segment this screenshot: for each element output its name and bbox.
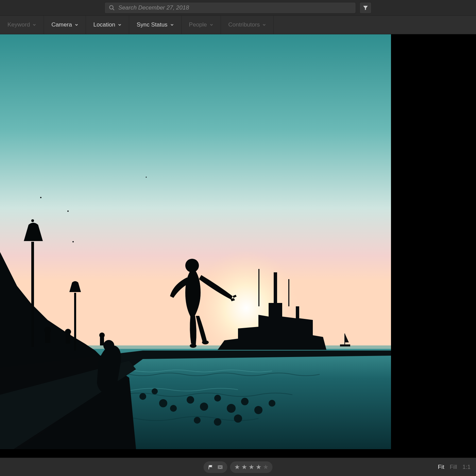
svg-rect-41 bbox=[100, 337, 104, 345]
svg-point-32 bbox=[234, 414, 242, 423]
filter-label: Keyword bbox=[7, 21, 30, 28]
svg-point-19 bbox=[72, 241, 74, 242]
svg-rect-13 bbox=[344, 334, 345, 344]
svg-point-36 bbox=[44, 327, 51, 334]
svg-point-16 bbox=[202, 340, 209, 344]
filter-contributors[interactable]: Contributors bbox=[221, 16, 274, 34]
svg-point-31 bbox=[152, 388, 158, 394]
svg-point-27 bbox=[241, 398, 249, 405]
svg-point-25 bbox=[214, 395, 221, 402]
svg-point-33 bbox=[214, 418, 221, 426]
svg-line-1 bbox=[113, 8, 114, 10]
filter-camera[interactable]: Camera bbox=[44, 16, 86, 34]
flag-pill bbox=[204, 461, 227, 473]
svg-rect-10 bbox=[258, 269, 259, 306]
funnel-icon bbox=[362, 5, 369, 11]
svg-point-34 bbox=[194, 417, 201, 424]
search-box[interactable] bbox=[104, 2, 356, 14]
filter-location[interactable]: Location bbox=[86, 16, 129, 34]
svg-point-29 bbox=[269, 400, 275, 407]
chevron-down-icon bbox=[75, 23, 78, 27]
svg-point-26 bbox=[227, 404, 236, 413]
star-4[interactable]: ★ bbox=[256, 464, 261, 470]
chevron-down-icon bbox=[33, 23, 36, 27]
star-5[interactable]: ★ bbox=[263, 464, 269, 470]
zoom-group: FitFill1:1 bbox=[438, 464, 471, 471]
chevron-down-icon bbox=[118, 23, 121, 27]
pick-flag-icon[interactable] bbox=[208, 464, 214, 470]
svg-rect-9 bbox=[74, 293, 76, 351]
filter-label: People bbox=[189, 21, 207, 28]
image-viewer[interactable] bbox=[0, 34, 476, 458]
star-1[interactable]: ★ bbox=[234, 464, 240, 470]
zoom-11[interactable]: 1:1 bbox=[462, 464, 471, 471]
flag-rating-group: ★★★★★ bbox=[204, 461, 273, 473]
svg-point-17 bbox=[40, 197, 41, 198]
svg-point-38 bbox=[65, 329, 71, 335]
chevron-down-icon bbox=[262, 23, 266, 27]
svg-point-24 bbox=[200, 403, 208, 411]
svg-rect-11 bbox=[288, 279, 289, 306]
svg-point-8 bbox=[31, 219, 34, 222]
filter-label: Location bbox=[94, 21, 115, 28]
svg-point-21 bbox=[159, 399, 167, 407]
svg-point-18 bbox=[67, 210, 69, 212]
star-3[interactable]: ★ bbox=[249, 464, 254, 470]
svg-point-22 bbox=[170, 405, 177, 412]
svg-point-30 bbox=[139, 393, 146, 400]
app-root: KeywordCameraLocationSync StatusPeopleCo… bbox=[0, 0, 476, 476]
chevron-down-icon bbox=[170, 23, 174, 27]
zoom-fill[interactable]: Fill bbox=[450, 464, 457, 471]
zoom-fit[interactable]: Fit bbox=[438, 464, 444, 471]
filter-label: Sync Status bbox=[137, 21, 168, 28]
search-input[interactable] bbox=[118, 4, 352, 11]
reject-flag-icon[interactable] bbox=[217, 464, 223, 470]
svg-rect-6 bbox=[31, 242, 34, 347]
svg-point-40 bbox=[99, 333, 105, 338]
svg-point-14 bbox=[185, 259, 199, 272]
svg-point-15 bbox=[190, 344, 197, 348]
svg-point-28 bbox=[254, 406, 262, 414]
filter-tabs: KeywordCameraLocationSync StatusPeopleCo… bbox=[0, 16, 476, 34]
svg-rect-39 bbox=[66, 334, 70, 344]
filter-label: Contributors bbox=[228, 21, 260, 28]
svg-point-35 bbox=[103, 340, 114, 351]
svg-rect-37 bbox=[45, 333, 50, 343]
chevron-down-icon bbox=[210, 23, 213, 27]
filter-sync-status[interactable]: Sync Status bbox=[129, 16, 182, 34]
filter-people[interactable]: People bbox=[182, 16, 221, 34]
svg-point-23 bbox=[187, 396, 194, 404]
filter-keyword[interactable]: Keyword bbox=[0, 16, 44, 34]
svg-point-20 bbox=[146, 177, 147, 178]
photo-canvas bbox=[0, 34, 391, 449]
filter-label: Camera bbox=[51, 21, 72, 28]
svg-rect-12 bbox=[340, 344, 350, 346]
rating-pill: ★★★★★ bbox=[230, 461, 273, 473]
svg-point-0 bbox=[109, 5, 113, 9]
star-2[interactable]: ★ bbox=[241, 464, 247, 470]
search-icon bbox=[109, 5, 115, 11]
filter-button[interactable] bbox=[359, 2, 372, 14]
search-row bbox=[0, 0, 476, 16]
bottom-bar: ★★★★★ FitFill1:1 bbox=[0, 458, 476, 476]
